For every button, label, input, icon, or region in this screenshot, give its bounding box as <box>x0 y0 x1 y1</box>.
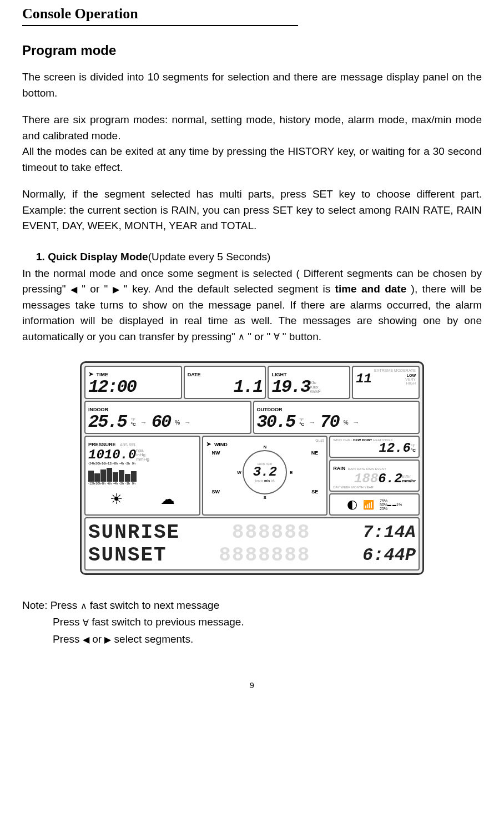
heading-number: 1. <box>36 251 45 262</box>
right-arrow-icon: ▶ <box>113 283 119 296</box>
quick-mode-body: In the normal mode and once some segment… <box>22 266 482 345</box>
pressure-label: PRESSURE <box>88 442 116 447</box>
header-divider <box>22 25 298 26</box>
dewpoint-value: 12.6 <box>379 442 411 455</box>
msg-line1-label: SUNRISE <box>88 521 180 544</box>
heading-subtitle: (Update every 5 Seconds) <box>148 251 271 262</box>
qm-text-5: " or " <box>248 331 270 342</box>
msg-line2-label: SUNSET <box>88 544 167 567</box>
qm-text-6: " button. <box>283 331 321 342</box>
pressure-sublabel: ABS REL <box>120 443 137 447</box>
lcd-light-segment: LIGHT 19.3 KfcKluxW/M² <box>268 366 350 399</box>
note1-text-a: Note: Press <box>22 599 80 611</box>
lcd-screen: ➤ TIME 12:00 DATE 1.1 LIGHT 19.3 KfcKlux… <box>80 361 424 575</box>
page-main-title: Console Operation <box>22 6 482 22</box>
light-units: KfcKluxW/M² <box>310 381 320 394</box>
date-value: 1.1 <box>188 378 263 396</box>
modes-paragraph: There are six program modes: normal, set… <box>22 112 482 144</box>
light-value: 19.3 <box>271 378 310 396</box>
note2-text-b: fast switch to previous message. <box>92 616 244 628</box>
pressure-value: 1010.0 <box>88 448 136 462</box>
selector-arrow-icon: ➤ <box>206 440 211 448</box>
page-number: 9 <box>22 681 482 690</box>
msg-placeholder: 8888888 <box>219 544 310 567</box>
rain-label: RAIN <box>333 466 345 471</box>
lcd-dewpoint-segment: WIND CHILL DEW POINT HEAT INDEX 12.6 °F°… <box>329 436 420 458</box>
lcd-date-segment: DATE 1.1 <box>184 366 266 399</box>
antenna-icon: 📶 <box>363 499 374 510</box>
rain-unit: in/hrmm/hr <box>402 474 416 483</box>
gust-label: Gust <box>315 438 324 442</box>
quick-mode-heading: 1. Quick Display Mode(Update every 5 Sec… <box>22 251 482 263</box>
note-line-1: Note: Press ∧ fast switch to next messag… <box>22 597 482 614</box>
weather-forecast-icons: ☀ ☁ <box>88 488 196 511</box>
time-value: 12:00 <box>88 378 178 396</box>
sun-icon: ☀ <box>110 491 123 508</box>
up-arrow-icon: ∧ <box>238 330 245 344</box>
wind-label: WIND <box>214 442 228 447</box>
note3-text-b: or <box>92 633 104 645</box>
indoor-temp: 25.5 <box>88 413 127 431</box>
dewpoint-unit: °F°C <box>411 444 416 453</box>
pressure-bar-labels-bottom: -12h-10h-8h-6h-4h-2h-1h0h <box>88 482 196 485</box>
note3-text-a: Press <box>53 633 83 645</box>
trend-arrow-icon: → <box>140 418 147 426</box>
note2-text-a: Press <box>53 616 83 628</box>
outdoor-temp-unit: °F°C <box>299 418 304 427</box>
lcd-message-panel: SUNRISE 888888 7:14A SUNSET 8888888 6:44… <box>84 517 420 570</box>
msg-line1-time: 7:14A <box>362 522 416 543</box>
segment-paragraph: Normally, if the segment selected has mu… <box>22 186 482 234</box>
qm-bold-seg: time and date <box>335 283 407 295</box>
lcd-uv-segment: EXTREME MODERATE 11 LOWVERYHIGH <box>352 366 420 399</box>
lcd-wind-segment: ➤ WIND Gust NW NE N S W E km/h mph 3.2 k… <box>202 436 327 516</box>
pressure-bar-labels-top: -24h-20h-16h-12h-8h-4h-2h0h <box>88 462 196 465</box>
indoor-hum-unit: % <box>175 420 180 426</box>
note1-text-b: fast switch to next message <box>90 599 219 611</box>
rain-value: 6.2 <box>378 472 402 486</box>
msg-placeholder: 888888 <box>232 521 311 544</box>
wind-speed: 3.2 <box>253 466 277 479</box>
pressure-bars <box>88 468 196 482</box>
lcd-outdoor-segment: OUTDOOR 30.5 °F°C → 70 % → <box>253 401 420 434</box>
lcd-time-segment: ➤ TIME 12:00 <box>84 366 182 399</box>
lcd-status-segment: ◐ 📶 75%50%▬ ▬1%25% <box>329 493 420 516</box>
right-arrow-icon: ▶ <box>104 633 111 647</box>
signal-percent: 75%50%▬ ▬1%25% <box>380 499 402 511</box>
lcd-indoor-segment: INDOOR 25.5 °F°C → 60 % → <box>84 401 251 434</box>
moon-phase-icon: ◐ <box>347 497 357 512</box>
indoor-temp-unit: °F°C <box>131 418 136 427</box>
qm-text-3: " key. And the default selected segment … <box>124 283 335 295</box>
uv-levels: LOWVERYHIGH <box>405 373 416 385</box>
notes-section: Note: Press ∧ fast switch to next messag… <box>22 597 482 648</box>
trend-arrow-icon: → <box>353 418 360 426</box>
intro-paragraph: The screen is divided into 10 segments f… <box>22 69 482 101</box>
lcd-rain-segment: RAIN RAIN RATE RAIN EVENT 188 6.2 in/hrm… <box>329 460 420 492</box>
up-arrow-icon: ∧ <box>80 599 87 613</box>
lcd-pressure-segment: PRESSURE ABS REL 1010.0 hpainHgmmHg -24h… <box>84 436 200 516</box>
date-label: DATE <box>188 372 201 377</box>
outdoor-hum-unit: % <box>344 420 349 426</box>
cloud-icon: ☁ <box>160 491 175 508</box>
uv-value: 11 <box>356 372 372 386</box>
exit-paragraph: All the modes can be exited at any time … <box>22 144 482 175</box>
note-line-2: Press ∀ fast switch to previous message. <box>22 614 482 630</box>
outdoor-temp: 30.5 <box>257 413 295 431</box>
left-arrow-icon: ◀ <box>83 633 89 647</box>
note3-text-c: select segments. <box>114 633 194 645</box>
pressure-units: hpainHgmmHg <box>136 448 149 462</box>
section-title: Program mode <box>22 43 482 58</box>
outdoor-hum: 70 <box>320 413 339 431</box>
trend-arrow-icon: → <box>309 418 315 426</box>
msg-line2-time: 6:44P <box>362 545 416 566</box>
down-arrow-icon: ∀ <box>83 616 89 630</box>
wind-compass: N S W E km/h mph 3.2 knots m/s bft <box>243 450 287 494</box>
rain-sublabel: RAIN RATE RAIN EVENT <box>348 467 386 471</box>
left-arrow-icon: ◀ <box>70 283 77 296</box>
heading-title: Quick Display Mode <box>48 251 148 262</box>
note-line-3: Press ◀ or ▶ select segments. <box>22 631 482 648</box>
indoor-hum: 60 <box>152 413 170 431</box>
qm-text-2: " or " <box>82 283 108 295</box>
down-arrow-icon: ∀ <box>274 330 280 344</box>
trend-arrow-icon: → <box>184 418 191 426</box>
